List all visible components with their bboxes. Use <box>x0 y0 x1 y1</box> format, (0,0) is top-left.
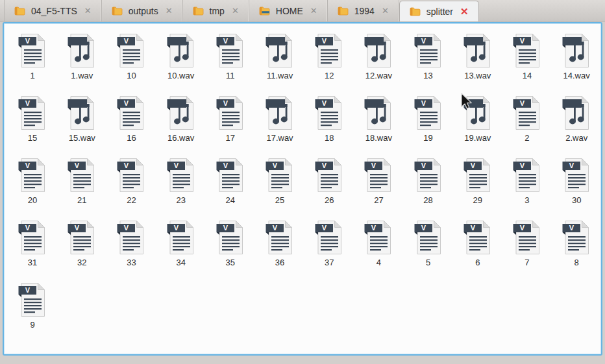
file-item-10[interactable]: V 10 <box>106 31 156 93</box>
file-item-27[interactable]: V 27 <box>354 156 403 218</box>
file-item-28[interactable]: V 28 <box>404 156 453 218</box>
file-item-37[interactable]: V 37 <box>304 218 354 280</box>
file-item-7[interactable]: V 7 <box>502 218 552 280</box>
file-item-10-wav[interactable]: 10.wav <box>156 31 206 93</box>
audio-file-icon <box>561 95 592 131</box>
tab-splitter[interactable]: splitter✕ <box>399 1 479 21</box>
file-item-12-wav[interactable]: 12.wav <box>354 31 403 93</box>
tab-close-button[interactable]: ✕ <box>310 6 317 15</box>
file-item-21[interactable]: V 21 <box>57 156 106 218</box>
tab-close-button[interactable]: ✕ <box>382 6 389 15</box>
file-item-13[interactable]: V 13 <box>404 31 453 93</box>
file-item-17-wav[interactable]: 17.wav <box>255 93 304 156</box>
file-item-31[interactable]: V 31 <box>8 218 57 280</box>
tab-close-button[interactable]: ✕ <box>84 6 92 15</box>
v-badge: V <box>25 99 31 107</box>
v-badge: V <box>25 286 31 294</box>
file-item-16[interactable]: V 16 <box>106 93 156 156</box>
tab-1994[interactable]: 1994✕ <box>328 0 399 21</box>
file-item-14[interactable]: V 14 <box>502 31 552 93</box>
v-badge: V <box>421 224 426 232</box>
file-item-4[interactable]: V 4 <box>354 218 403 280</box>
folder-icon <box>193 6 204 16</box>
text-file-icon: V <box>314 95 345 131</box>
tab-close-button[interactable]: ✕ <box>166 6 173 15</box>
v-badge: V <box>75 162 80 169</box>
file-item-19-wav[interactable]: 19.wav <box>453 93 502 156</box>
file-item-17[interactable]: V 17 <box>206 93 255 156</box>
file-item-36[interactable]: V 36 <box>255 218 304 280</box>
text-file-icon: V <box>17 32 48 69</box>
audio-file-icon <box>66 32 97 69</box>
file-item-2[interactable]: V 2 <box>502 93 552 156</box>
file-item-6[interactable]: V 6 <box>453 218 502 280</box>
file-item-30[interactable]: V 30 <box>552 156 601 218</box>
tab-outputs[interactable]: outputs✕ <box>102 0 183 21</box>
text-file-icon: V <box>66 219 97 256</box>
file-name-label: 8 <box>574 258 579 267</box>
file-item-20[interactable]: V 20 <box>8 156 57 218</box>
tab-label: splitter <box>426 6 453 17</box>
text-file-icon: V <box>314 219 345 256</box>
file-item-3[interactable]: V 3 <box>502 156 552 218</box>
text-file-icon: V <box>166 157 197 193</box>
file-item-33[interactable]: V 33 <box>106 218 156 280</box>
text-file-icon: V <box>413 32 444 69</box>
file-name-label: 34 <box>176 258 185 267</box>
file-name-label: 11 <box>226 71 235 80</box>
file-name-label: 19.wav <box>464 133 491 143</box>
folder-icon <box>410 7 421 16</box>
file-item-11[interactable]: V 11 <box>206 31 255 93</box>
file-item-25[interactable]: V 25 <box>255 156 304 218</box>
text-file-icon: V <box>166 219 197 256</box>
file-item-29[interactable]: V 29 <box>453 156 502 218</box>
file-item-1[interactable]: V 1 <box>8 31 57 93</box>
file-name-label: 12.wav <box>365 71 392 80</box>
v-badge: V <box>520 37 525 45</box>
file-item-14-wav[interactable]: 14.wav <box>552 31 601 93</box>
file-name-label: 1.wav <box>71 71 93 80</box>
file-item-18[interactable]: V 18 <box>304 93 354 156</box>
file-item-8[interactable]: V 8 <box>552 218 601 280</box>
file-item-23[interactable]: V 23 <box>156 156 206 218</box>
folder-view[interactable]: V 1 1.wav V 10 <box>3 22 602 356</box>
text-file-icon: V <box>215 95 246 131</box>
tab-04-f5-tts[interactable]: 04_F5-TTS✕ <box>4 0 102 21</box>
file-item-2-wav[interactable]: 2.wav <box>552 93 601 156</box>
file-item-32[interactable]: V 32 <box>57 218 106 280</box>
text-file-icon: V <box>66 157 97 193</box>
tab-close-button[interactable]: ✕ <box>460 7 469 16</box>
v-badge: V <box>124 99 129 107</box>
file-item-16-wav[interactable]: 16.wav <box>156 93 206 156</box>
file-item-13-wav[interactable]: 13.wav <box>453 31 502 93</box>
folder-icon <box>112 6 123 16</box>
file-name-label: 9 <box>30 320 34 330</box>
text-file-icon: V <box>17 157 48 193</box>
text-file-icon: V <box>512 32 543 69</box>
file-item-22[interactable]: V 22 <box>106 156 156 218</box>
file-item-12[interactable]: V 12 <box>304 31 354 93</box>
file-item-35[interactable]: V 35 <box>206 218 255 280</box>
text-file-icon: V <box>413 219 444 256</box>
file-name-label: 19 <box>423 133 432 143</box>
file-item-11-wav[interactable]: 11.wav <box>255 31 304 93</box>
tab-tmp[interactable]: tmp✕ <box>183 0 249 21</box>
file-name-label: 35 <box>226 258 235 267</box>
file-item-18-wav[interactable]: 18.wav <box>354 93 403 156</box>
tab-close-button[interactable]: ✕ <box>232 6 239 15</box>
file-item-19[interactable]: V 19 <box>404 93 453 156</box>
file-item-9[interactable]: V 9 <box>8 280 57 343</box>
text-file-icon: V <box>17 219 48 256</box>
audio-file-icon <box>363 95 394 131</box>
file-item-5[interactable]: V 5 <box>404 218 453 280</box>
tab-home[interactable]: HOME✕ <box>249 0 328 21</box>
tab-label: 04_F5-TTS <box>31 6 77 16</box>
file-name-label: 2.wav <box>565 133 587 143</box>
file-item-1-wav[interactable]: 1.wav <box>57 31 106 93</box>
file-item-15-wav[interactable]: 15.wav <box>57 93 106 156</box>
file-item-34[interactable]: V 34 <box>156 218 206 280</box>
file-item-24[interactable]: V 24 <box>206 156 255 218</box>
file-item-26[interactable]: V 26 <box>304 156 354 218</box>
file-item-15[interactable]: V 15 <box>8 93 57 156</box>
file-name-label: 15.wav <box>69 133 95 143</box>
